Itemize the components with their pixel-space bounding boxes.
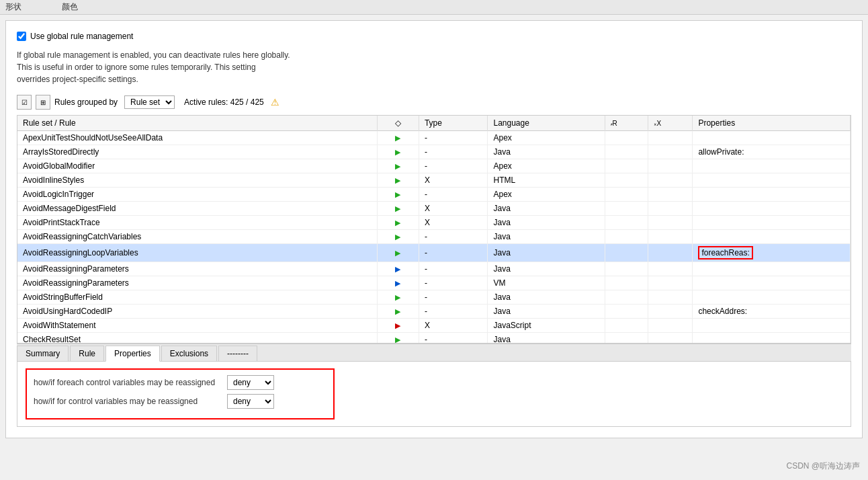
grid-icon: ⊞ — [40, 99, 46, 106]
rule-properties-cell: allowPrivate: — [693, 145, 851, 159]
table-row[interactable]: AvoidReassigningLoopVariables▶-Javaforea… — [17, 244, 851, 262]
rule-properties-cell — [693, 333, 851, 344]
toolbar-btn-checkbox[interactable]: ☑ — [17, 95, 32, 110]
rule-name-cell: AvoidReassigningCatchVariables — [17, 230, 377, 244]
tab-summary[interactable]: Summary — [17, 346, 69, 361]
col-rx: ₓX — [648, 116, 693, 131]
col-diamond: ◇ — [377, 116, 419, 131]
rule-rr-cell — [605, 276, 648, 290]
table-row[interactable]: AvoidReassigningParameters▶-VM — [17, 276, 851, 290]
tabs-bar: SummaryRulePropertiesExclusions-------- — [17, 344, 851, 362]
table-row[interactable]: AvoidWithStatement▶XJavaScript — [17, 319, 851, 333]
property-select-1[interactable]: deny — [227, 394, 274, 409]
rule-rx-cell — [648, 131, 693, 145]
rule-properties-cell — [693, 202, 851, 216]
rule-language-cell: Java — [488, 145, 605, 159]
rule-set-select[interactable]: Rule set — [124, 95, 175, 109]
rule-rx-cell — [648, 276, 693, 290]
rule-name-cell: AvoidPrintStackTrace — [17, 216, 377, 230]
rule-name-cell: AvoidWithStatement — [17, 319, 377, 333]
rule-name-cell: CheckResultSet — [17, 333, 377, 344]
tab-properties[interactable]: Properties — [105, 346, 160, 362]
rule-arrow-cell: ▶ — [377, 188, 419, 202]
arrow-icon: ▶ — [395, 204, 400, 212]
table-row[interactable]: AvoidStringBufferField▶-Java — [17, 290, 851, 305]
rule-arrow-cell: ▶ — [377, 202, 419, 216]
rule-rx-cell — [648, 333, 693, 344]
rule-rx-cell — [648, 145, 693, 159]
rule-name-cell: AvoidLogicInTrigger — [17, 188, 377, 202]
table-row[interactable]: AvoidInlineStyles▶XHTML — [17, 173, 851, 188]
tab-exclusions[interactable]: Exclusions — [161, 346, 217, 361]
check-icon: ☑ — [21, 99, 28, 106]
rule-rr-cell — [605, 131, 648, 145]
rule-type-cell: - — [419, 333, 488, 344]
rule-name-cell: AvoidUsingHardCodedIP — [17, 305, 377, 319]
rule-name-cell: AvoidStringBufferField — [17, 290, 377, 305]
arrow-icon: ▶ — [395, 307, 400, 315]
rule-rr-cell — [605, 159, 648, 173]
rule-name-cell: AvoidReassigningParameters — [17, 262, 377, 276]
rule-language-cell: HTML — [488, 173, 605, 188]
arrow-icon: ▶ — [395, 134, 400, 142]
rule-type-cell: - — [419, 159, 488, 173]
rule-rr-cell — [605, 188, 648, 202]
top-col1: 形状 — [5, 1, 21, 13]
rule-properties-cell — [693, 276, 851, 290]
rule-language-cell: Java — [488, 262, 605, 276]
properties-section: how/if foreach control variables may be … — [26, 368, 335, 419]
rules-table: Rule set / Rule ◇ Type Language ᵣR ₓX Pr… — [17, 116, 851, 344]
table-row[interactable]: AvoidUsingHardCodedIP▶-JavacheckAddres: — [17, 305, 851, 319]
rule-properties-cell: foreachReas: — [693, 244, 851, 262]
tab-rule[interactable]: Rule — [70, 346, 104, 361]
table-row[interactable]: AvoidReassigningCatchVariables▶-Java — [17, 230, 851, 244]
rule-type-cell: - — [419, 230, 488, 244]
warning-icon: ⚠ — [271, 97, 279, 108]
toolbar: ☑ ⊞ Rules grouped by Rule set Active rul… — [17, 95, 851, 110]
top-bar: 形状 颜色 — [0, 0, 868, 15]
col-properties: Properties — [693, 116, 851, 131]
table-row[interactable]: CheckResultSet▶-Java — [17, 333, 851, 344]
rule-type-cell: X — [419, 216, 488, 230]
table-header-row: Rule set / Rule ◇ Type Language ᵣR ₓX Pr… — [17, 116, 851, 131]
rule-language-cell: Apex — [488, 131, 605, 145]
tab---------[interactable]: -------- — [218, 346, 257, 361]
rule-arrow-cell: ▶ — [377, 145, 419, 159]
rules-grouped-label: Rules grouped by — [54, 97, 118, 107]
table-row[interactable]: AvoidReassigningParameters▶-Java — [17, 262, 851, 276]
rule-arrow-cell: ▶ — [377, 333, 419, 344]
properties-highlighted: foreachReas: — [698, 246, 752, 259]
rule-language-cell: Java — [488, 230, 605, 244]
rule-language-cell: Java — [488, 305, 605, 319]
rule-type-cell: - — [419, 262, 488, 276]
table-row[interactable]: AvoidPrintStackTrace▶XJava — [17, 216, 851, 230]
rule-name-cell: AvoidReassigningLoopVariables — [17, 244, 377, 262]
toolbar-btn-grid[interactable]: ⊞ — [36, 95, 50, 110]
arrow-icon: ▶ — [395, 162, 400, 170]
table-row[interactable]: ApexUnitTestShouldNotUseSeeAllData▶-Apex — [17, 131, 851, 145]
table-row[interactable]: ArrayIsStoredDirectly▶-JavaallowPrivate: — [17, 145, 851, 159]
rule-language-cell: Apex — [488, 159, 605, 173]
table-row[interactable]: AvoidLogicInTrigger▶-Apex — [17, 188, 851, 202]
global-rule-checkbox[interactable] — [17, 32, 26, 41]
table-row[interactable]: AvoidMessageDigestField▶XJava — [17, 202, 851, 216]
rule-language-cell: Java — [488, 216, 605, 230]
col-rr: ᵣR — [605, 116, 648, 131]
rule-properties-cell — [693, 262, 851, 276]
table-row[interactable]: AvoidGlobalModifier▶-Apex — [17, 159, 851, 173]
rule-language-cell: Java — [488, 333, 605, 344]
global-rule-checkbox-row: Use global rule management — [17, 32, 851, 41]
property-select-0[interactable]: deny — [227, 375, 274, 390]
desc-line3: overrides project-specific settings. — [17, 73, 851, 85]
rule-arrow-cell: ▶ — [377, 216, 419, 230]
rule-rr-cell — [605, 230, 648, 244]
rule-type-cell: - — [419, 244, 488, 262]
rule-rx-cell — [648, 230, 693, 244]
desc-line2: This is useful in order to ignore some r… — [17, 61, 851, 73]
rule-arrow-cell: ▶ — [377, 230, 419, 244]
arrow-icon: ▶ — [395, 233, 400, 241]
main-content: Use global rule management If global rul… — [5, 20, 863, 438]
rule-properties-cell — [693, 319, 851, 333]
rule-name-cell: ApexUnitTestShouldNotUseSeeAllData — [17, 131, 377, 145]
rule-rx-cell — [648, 244, 693, 262]
